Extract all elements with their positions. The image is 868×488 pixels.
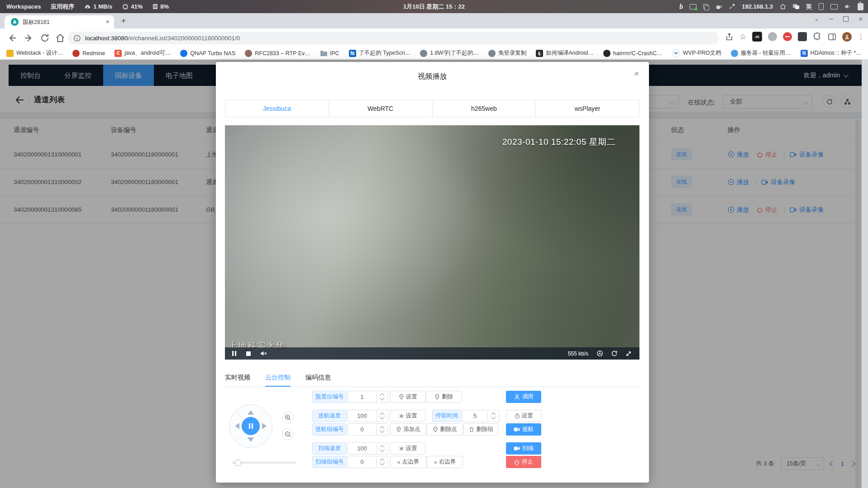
tab-webrtc[interactable]: WebRTC (329, 100, 432, 117)
input-method-indicator[interactable]: 英 (806, 3, 812, 11)
browser-menu-icon[interactable]: ⋮ (858, 33, 864, 41)
slider-track[interactable] (232, 462, 296, 464)
bookmark-item[interactable]: NHDAtmos :: 种子 *… (801, 49, 862, 57)
ptz-direction-pad[interactable] (229, 404, 272, 448)
phone-link-icon[interactable] (819, 3, 824, 10)
bookmark-item[interactable]: Webstack - 设计… (6, 49, 63, 57)
bookmark-item[interactable]: QNAP Turbo NAS (180, 50, 235, 57)
ptz-up-icon[interactable] (248, 410, 254, 415)
stay-time-set-button[interactable]: 设置 (506, 410, 541, 422)
left-boundary-button[interactable]: «左边界 (390, 456, 426, 468)
ptz-speed-slider[interactable] (232, 460, 296, 466)
caffeine-icon[interactable] (715, 4, 722, 9)
home-tray-icon[interactable] (780, 4, 786, 9)
extensions-puzzle-icon[interactable] (813, 32, 822, 41)
bookmark-item[interactable]: hairrrrr/C-CrashC… (603, 50, 663, 57)
cruise-speed-input[interactable]: 100 (348, 410, 377, 422)
scan-speed-set-button[interactable]: 设置 (390, 442, 425, 455)
ptz-stop-button[interactable] (242, 417, 260, 435)
cruise-button[interactable]: 巡航 (506, 423, 541, 436)
ptz-left-icon[interactable] (235, 423, 239, 429)
address-bar[interactable]: localhost:38080/#/channelList/3402000000… (68, 32, 719, 44)
cruise-group-stepper[interactable] (377, 423, 388, 436)
tab-encoding-info[interactable]: 编码信息 (305, 369, 331, 387)
ptz-right-icon[interactable] (262, 423, 267, 429)
bookmark-item[interactable]: 1.8W字|了不起的… (420, 49, 478, 57)
app-indicator-icon[interactable] (690, 4, 696, 9)
display-icon[interactable] (830, 4, 838, 9)
delete-group-button[interactable]: 删除组 (463, 423, 499, 436)
tab-h265web[interactable]: h265web (432, 100, 536, 117)
back-button[interactable] (7, 33, 17, 43)
cruise-group-input[interactable]: 0 (348, 423, 377, 436)
cruise-speed-set-button[interactable]: 设置 (390, 410, 425, 422)
window-close-button[interactable]: × (858, 15, 863, 23)
side-panel-icon[interactable] (828, 33, 836, 41)
preset-set-button[interactable]: 设置 (390, 391, 425, 403)
scan-speed-stepper[interactable] (377, 442, 388, 455)
reload-button[interactable] (40, 33, 50, 43)
fullscreen-icon[interactable] (625, 351, 632, 357)
battery-icon[interactable] (858, 3, 863, 10)
delete-point-button[interactable]: 删除点 (427, 423, 463, 436)
bing-tray-icon[interactable]: b (679, 3, 683, 11)
browser-tab[interactable]: 国标28181 × (5, 15, 114, 28)
home-button[interactable] (55, 33, 65, 43)
tab-jessibuca[interactable]: Jessibuca (225, 100, 329, 117)
settings-icon[interactable] (596, 350, 603, 357)
adblock-extension-icon[interactable] (783, 32, 792, 41)
slider-handle[interactable] (235, 460, 241, 466)
zoom-in-button[interactable] (282, 412, 294, 423)
window-minimize-button[interactable]: ─ (829, 15, 833, 22)
clock[interactable]: 1月10日 星期二 15：22 (403, 3, 465, 11)
bookmark-item[interactable]: 知了不起的 TypeScri… (349, 49, 411, 57)
preset-number-input[interactable]: 1 (348, 391, 377, 403)
video-player[interactable]: 2023-01-10 15:22:05 星期二 上地科实大华 555 kb/s (225, 125, 639, 360)
window-maximize-button[interactable] (843, 16, 849, 22)
zoom-out-button[interactable] (282, 428, 294, 440)
scan-group-stepper[interactable] (377, 456, 388, 468)
share-icon[interactable] (725, 33, 734, 41)
color-picker-icon[interactable] (729, 4, 735, 9)
tab-wsplayer[interactable]: wsPlayer (535, 100, 639, 117)
extension-icon[interactable] (768, 32, 777, 41)
scan-button[interactable]: 扫描 (506, 442, 541, 455)
bookmark-item[interactable]: Redmine (72, 50, 105, 57)
scan-group-input[interactable]: 0 (348, 456, 377, 468)
window-switcher-icon[interactable] (793, 4, 799, 9)
forward-button[interactable] (24, 33, 33, 43)
site-info-icon[interactable] (74, 35, 81, 42)
bookmark-item[interactable]: RFC2833 – RTP Ev… (245, 50, 310, 57)
stop-icon[interactable] (246, 351, 251, 356)
ptz-down-icon[interactable] (248, 437, 254, 442)
ip-address[interactable]: 192.168.1.3 (742, 3, 773, 10)
profile-avatar[interactable] (842, 32, 852, 42)
preset-call-button[interactable]: 调用 (506, 391, 541, 403)
bookmark-item[interactable]: 免登录复制 (488, 49, 527, 57)
volume-icon[interactable] (844, 4, 851, 9)
ublock-extension-icon[interactable] (798, 32, 807, 41)
tab-live-video[interactable]: 实时视频 (225, 369, 250, 387)
stay-time-input[interactable]: 5 (462, 410, 488, 422)
cruise-speed-stepper[interactable] (377, 410, 388, 422)
preset-number-stepper[interactable] (377, 391, 388, 403)
dialog-close-icon[interactable]: × (634, 69, 639, 78)
ptz-stop-action-button[interactable]: 停止 (506, 456, 541, 468)
add-point-button[interactable]: 添加点 (390, 423, 426, 436)
preset-delete-button[interactable]: 删除 (426, 391, 462, 403)
tab-ptz-control[interactable]: 云台控制 (265, 369, 291, 387)
bookmark-item[interactable]: 🐧如何编译Android… (536, 49, 594, 57)
pause-icon[interactable] (232, 351, 236, 356)
bookmark-item[interactable]: 服务器 - 轻量应用… (731, 49, 791, 57)
bookmark-folder[interactable]: IPC (320, 50, 339, 57)
tab-search-caret-icon[interactable]: ⌄ (814, 15, 819, 22)
bookmark-item[interactable]: WWVP-PRO文档 (672, 49, 721, 57)
bookmark-item[interactable]: Cjava、android可… (114, 49, 171, 57)
bookmark-star-icon[interactable]: ☆ (739, 32, 746, 42)
tab-close-icon[interactable]: × (106, 18, 110, 25)
new-tab-button[interactable]: + (121, 17, 126, 24)
clipboard-indicator-icon[interactable] (703, 4, 709, 9)
json-viewer-extension-icon[interactable]: JS (752, 32, 762, 42)
refresh-icon[interactable] (611, 350, 618, 357)
browser-scrollbar-gutter[interactable] (862, 60, 868, 488)
